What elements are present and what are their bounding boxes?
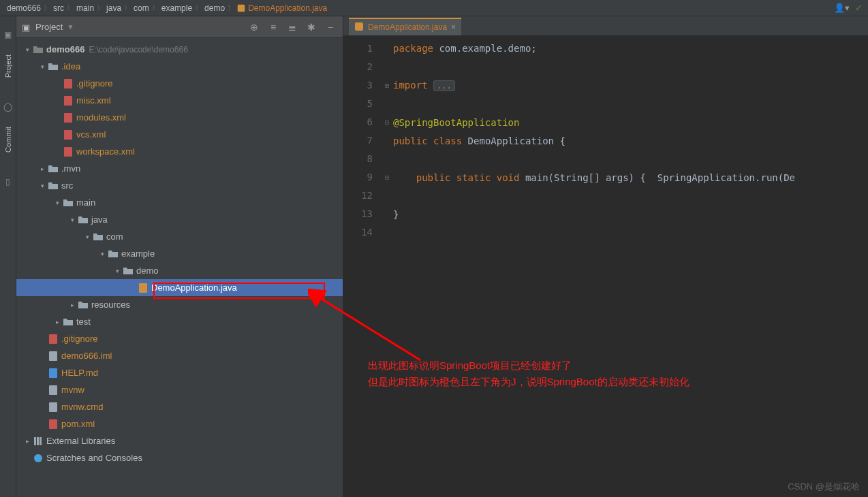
tree-item[interactable]: misc.xml [16, 92, 343, 109]
tree-item[interactable]: ▸.mvn [16, 160, 343, 177]
tree-item[interactable]: demo666.iml [16, 347, 343, 364]
tree-item[interactable]: .gitignore [16, 75, 343, 92]
tree-arrow-icon[interactable]: ▾ [98, 251, 106, 257]
breadcrumb-item[interactable]: main [76, 3, 94, 13]
project-tree[interactable]: ▾demo666E:\code\javacode\demo666▾.idea.g… [16, 38, 343, 497]
project-gutter-icon[interactable]: ▣ [4, 30, 12, 39]
tree-item-label: HELP.md [61, 368, 98, 378]
svg-rect-5 [64, 147, 72, 157]
fold-gutter[interactable]: ⊞ ⊟ ⊟ [381, 35, 393, 497]
collapse-all-icon[interactable]: ≣ [285, 20, 299, 34]
chevron-icon: 〉 [44, 3, 50, 13]
tree-item[interactable]: ▾main [16, 194, 343, 211]
check-icon[interactable]: ✓ [855, 3, 863, 13]
tree-item-label: vcs.xml [76, 129, 106, 140]
tree-arrow-icon[interactable]: ▸ [68, 302, 76, 308]
xml-icon [48, 419, 59, 430]
breadcrumb-item[interactable]: src [53, 3, 64, 13]
tree-item[interactable]: ▸test [16, 313, 343, 330]
tree-item[interactable]: Scratches and Consoles [16, 449, 343, 466]
tab-bar: DemoApplication.java × [343, 16, 868, 35]
lib-icon [33, 436, 44, 447]
tree-item[interactable]: ▸External Libraries [16, 432, 343, 449]
breadcrumb-item[interactable]: demo [204, 3, 225, 13]
locate-icon[interactable]: ⊕ [247, 20, 261, 34]
tree-item-label: demo666.iml [61, 351, 112, 361]
project-view-icon[interactable]: ▣ [22, 22, 31, 32]
tree-item[interactable]: modules.xml [16, 109, 343, 126]
tree-arrow-icon[interactable]: ▾ [113, 268, 121, 274]
folder-icon [48, 61, 59, 72]
breadcrumb-item[interactable]: example [161, 3, 192, 13]
breadcrumb-current[interactable]: DemoApplication.java [248, 3, 327, 13]
tree-item-label: workspace.xml [76, 146, 135, 157]
panel-title[interactable]: Project [35, 22, 63, 32]
tree-item[interactable]: ▸resources [16, 296, 343, 313]
tree-arrow-icon[interactable]: ▾ [38, 63, 46, 70]
tree-item-label: resources [91, 300, 130, 310]
code-content[interactable]: package com.example.demo; import ... @Sp… [393, 35, 868, 497]
tree-item[interactable]: vcs.xml [16, 126, 343, 143]
svg-rect-11 [49, 402, 57, 412]
tree-item[interactable]: ▾java [16, 211, 343, 228]
xml-icon [63, 146, 74, 157]
breadcrumb: demo666〉 src〉 main〉 java〉 com〉 example〉 … [7, 3, 834, 13]
tree-item[interactable]: ▾demo666E:\code\javacode\demo666 [16, 41, 343, 58]
dropdown-icon[interactable]: ▼ [67, 23, 74, 31]
tree-arrow-icon[interactable]: ▸ [38, 165, 46, 172]
svg-rect-13 [34, 437, 36, 445]
xml-icon [63, 95, 74, 106]
iml-icon [48, 351, 59, 362]
tree-arrow-icon[interactable]: ▸ [23, 438, 31, 445]
tree-item[interactable]: ▾src [16, 177, 343, 194]
code-editor[interactable]: 12356789121314 ⊞ ⊟ ⊟ package com.example… [343, 35, 868, 497]
xml-icon [63, 129, 74, 140]
commit-gutter-label[interactable]: Commit [4, 127, 12, 153]
svg-rect-4 [64, 130, 72, 140]
tree-arrow-icon[interactable]: ▾ [68, 217, 76, 223]
folder-icon [123, 266, 134, 276]
svg-rect-3 [64, 113, 72, 123]
breadcrumb-item[interactable]: com [134, 3, 149, 13]
folder-icon [48, 180, 59, 191]
tree-arrow-icon[interactable]: ▾ [23, 46, 31, 53]
left-tool-gutter: ▣ Project ◯ Commit ▯ [0, 16, 16, 497]
tree-item[interactable]: ▾.idea [16, 58, 343, 75]
tree-item[interactable]: mvnw [16, 381, 343, 398]
chevron-icon: 〉 [97, 3, 104, 13]
xml-icon [63, 112, 74, 123]
hide-icon[interactable]: − [324, 20, 337, 34]
settings-icon[interactable]: ✱ [305, 20, 318, 34]
tree-arrow-icon[interactable]: ▾ [53, 199, 61, 206]
breadcrumb-item[interactable]: java [106, 3, 121, 13]
tree-item[interactable]: mvnw.cmd [16, 398, 343, 415]
folder-icon [93, 231, 104, 242]
tree-item[interactable]: ▾demo [16, 262, 343, 279]
tree-item[interactable]: .gitignore [16, 330, 343, 347]
tree-item-label: pom.xml [61, 419, 95, 429]
tree-item-label: java [91, 214, 108, 225]
watermark: CSDN @是烟花哈 [788, 481, 860, 493]
tab-close-icon[interactable]: × [451, 22, 456, 32]
tree-item-label: demo [136, 266, 159, 276]
tree-arrow-icon[interactable]: ▾ [38, 182, 46, 189]
tree-item-label: com [106, 231, 123, 242]
commit-gutter-icon[interactable]: ◯ [3, 102, 12, 112]
editor-tab[interactable]: DemoApplication.java × [349, 18, 461, 35]
tree-item[interactable]: pom.xml [16, 415, 343, 432]
tree-arrow-icon[interactable]: ▸ [53, 319, 61, 325]
expand-all-icon[interactable]: ≡ [266, 20, 280, 34]
tree-item[interactable]: DemoApplication.java [16, 279, 343, 296]
gitignore-icon [48, 334, 59, 344]
tree-item[interactable]: HELP.md [16, 364, 343, 381]
tree-item[interactable]: workspace.xml [16, 143, 343, 160]
bookmark-gutter-icon[interactable]: ▯ [5, 177, 10, 187]
project-gutter-label[interactable]: Project [4, 54, 12, 78]
user-icon[interactable]: 👤▾ [834, 3, 850, 13]
chevron-icon: 〉 [67, 3, 74, 13]
breadcrumb-item[interactable]: demo666 [7, 3, 41, 13]
tree-item[interactable]: ▾example [16, 245, 343, 262]
tree-item[interactable]: ▾com [16, 228, 343, 245]
tree-item-label: mvnw.cmd [61, 402, 103, 412]
tree-arrow-icon[interactable]: ▾ [83, 234, 91, 240]
